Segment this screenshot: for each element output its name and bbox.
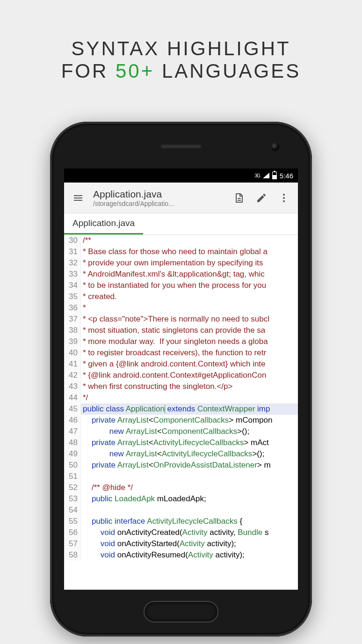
document-button[interactable] [229,188,249,208]
code-line[interactable]: 47 new ArrayList<ComponentCallbacks>(); [64,426,298,437]
code-line[interactable]: 54 [64,505,298,516]
phone-camera [271,142,279,151]
code-line[interactable]: 42 * {@link android.content.Context#getA… [64,370,298,381]
code-content[interactable]: void onActivityStarted(Activity activity… [81,538,298,549]
overflow-button[interactable] [274,188,294,208]
phone-speaker [160,144,202,149]
code-content[interactable] [81,471,298,482]
code-content[interactable]: public LoadedApk mLoadedApk; [81,493,298,505]
menu-button[interactable] [68,188,88,208]
code-content[interactable]: * most situation, static singletons can … [81,325,298,336]
tab-bar: Application.java [64,213,298,235]
gutter-line-number: 31 [64,246,81,257]
gutter-line-number: 37 [64,314,81,325]
code-content[interactable]: * to register broadcast receivers), the … [81,347,298,359]
code-line[interactable]: 32 * provide your own implementation by … [64,257,298,269]
code-content[interactable]: /** @hide */ [81,482,298,493]
home-button[interactable] [144,601,218,622]
hero-line1: SYNTAX HIGHLIGHT [71,37,290,59]
svg-point-2 [283,200,285,202]
code-content[interactable]: private ArrayList<ComponentCallbacks> mC… [81,415,298,426]
code-line[interactable]: 57 void onActivityStarted(Activity activ… [64,538,298,549]
code-line[interactable]: 36 * [64,302,298,314]
code-line[interactable]: 44 */ [64,392,298,403]
code-content[interactable]: * AndroidManifest.xml's &lt;application&… [81,269,298,280]
code-editor[interactable]: 30/**31 * Base class for those who need … [64,235,298,561]
code-content[interactable]: private ArrayList<ActivityLifecycleCallb… [81,437,298,448]
code-line[interactable]: 33 * AndroidManifest.xml's &lt;applicati… [64,269,298,280]
gutter-line-number: 45 [64,403,81,415]
code-content[interactable]: * created. [81,291,298,302]
gutter-line-number: 47 [64,426,81,437]
status-bar: 3G 5:46 [64,168,298,183]
gutter-line-number: 35 [64,291,81,302]
gutter-line-number: 52 [64,482,81,493]
code-content[interactable]: void onActivityCreated(Activity activity… [81,527,298,538]
code-content[interactable]: private ArrayList<OnProvideAssistDataLis… [81,460,298,471]
code-line[interactable]: 50 private ArrayList<OnProvideAssistData… [64,460,298,471]
gutter-line-number: 58 [64,549,81,561]
code-content[interactable]: new ArrayList<ActivityLifecycleCallbacks… [81,448,298,460]
code-line[interactable]: 56 void onActivityCreated(Activity activ… [64,527,298,538]
network-label: 3G [254,173,260,178]
edit-button[interactable] [251,188,272,208]
code-line[interactable]: 35 * created. [64,291,298,302]
gutter-line-number: 57 [64,538,81,549]
code-line[interactable]: 51 [64,471,298,482]
code-content[interactable]: * Base class for those who need to maint… [81,246,298,257]
gutter-line-number: 39 [64,336,81,347]
gutter-line-number: 56 [64,527,81,538]
gutter-line-number: 55 [64,516,81,527]
svg-point-0 [283,194,285,196]
gutter-line-number: 51 [64,471,81,482]
code-line[interactable]: 45public class Application extends Conte… [64,403,298,415]
code-line[interactable]: 46 private ArrayList<ComponentCallbacks>… [64,415,298,426]
gutter-line-number: 36 [64,302,81,314]
gutter-line-number: 42 [64,370,81,381]
code-line[interactable]: 37 * <p class="note">There is normally n… [64,314,298,325]
gutter-line-number: 46 [64,415,81,426]
code-line[interactable]: 43 * when first constructing the singlet… [64,381,298,392]
code-line[interactable]: 41 * given a {@link android.content.Cont… [64,359,298,370]
code-content[interactable]: * given a {@link android.content.Context… [81,359,298,370]
code-line[interactable]: 48 private ArrayList<ActivityLifecycleCa… [64,437,298,448]
code-line[interactable]: 34 * to be instantiated for you when the… [64,280,298,291]
code-line[interactable]: 52 /** @hide */ [64,482,298,493]
code-content[interactable]: * {@link android.content.Context#getAppl… [81,370,298,381]
gutter-line-number: 44 [64,392,81,403]
code-content[interactable]: /** [81,235,298,246]
code-content[interactable]: public class Application extends Context… [81,403,298,415]
hero-line2a: FOR [61,60,116,82]
gutter-line-number: 53 [64,493,81,505]
code-line[interactable]: 58 void onActivityResumed(Activity activ… [64,549,298,561]
code-content[interactable]: * more modular way. If your singleton ne… [81,336,298,347]
code-line[interactable]: 55 public interface ActivityLifecycleCal… [64,516,298,527]
code-content[interactable]: * [81,302,298,314]
code-content[interactable]: public interface ActivityLifecycleCallba… [81,516,298,527]
code-content[interactable] [81,505,298,516]
tab-active[interactable]: Application.java [64,213,143,234]
code-line[interactable]: 53 public LoadedApk mLoadedApk; [64,493,298,505]
code-line[interactable]: 31 * Base class for those who need to ma… [64,246,298,257]
file-path: /storage/sdcard/Applicatio... [93,200,227,207]
code-line[interactable]: 39 * more modular way. If your singleton… [64,336,298,347]
code-content[interactable]: void onActivityResumed(Activity activity… [81,549,298,561]
file-title: Application.java [93,189,227,200]
code-content[interactable]: */ [81,392,298,403]
gutter-line-number: 30 [64,235,81,246]
code-content[interactable]: * when first constructing the singleton.… [81,381,298,392]
signal-icon [263,173,269,178]
code-content[interactable]: new ArrayList<ComponentCallbacks>(); [81,426,298,437]
code-line[interactable]: 38 * most situation, static singletons c… [64,325,298,336]
toolbar: Application.java /storage/sdcard/Applica… [64,183,298,213]
gutter-line-number: 40 [64,347,81,359]
gutter-line-number: 32 [64,257,81,269]
code-content[interactable]: * <p class="note">There is normally no n… [81,314,298,325]
code-line[interactable]: 30/** [64,235,298,246]
gutter-line-number: 34 [64,280,81,291]
code-content[interactable]: * to be instantiated for you when the pr… [81,280,298,291]
hero-line2-accent: 50+ [116,60,154,82]
code-content[interactable]: * provide your own implementation by spe… [81,257,298,269]
code-line[interactable]: 49 new ArrayList<ActivityLifecycleCallba… [64,448,298,460]
code-line[interactable]: 40 * to register broadcast receivers), t… [64,347,298,359]
